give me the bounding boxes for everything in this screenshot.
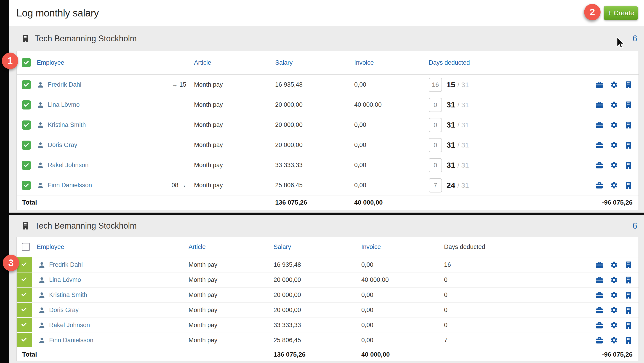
days-deducted-input[interactable] <box>429 178 442 192</box>
column-header-article[interactable]: Article <box>188 244 206 250</box>
article-cell: Month pay <box>194 182 275 189</box>
employee-link[interactable]: Finn Danielsson <box>48 182 92 189</box>
briefcase-icon[interactable] <box>596 162 603 169</box>
row-checkbox[interactable] <box>22 120 31 130</box>
column-header-days-deducted[interactable]: Days deducted <box>429 59 470 66</box>
building-icon[interactable] <box>625 261 632 269</box>
article-cell: Month pay <box>194 162 275 169</box>
building-icon[interactable] <box>625 182 632 189</box>
employee-link[interactable]: Lina Lövmo <box>49 276 81 284</box>
select-all-checkbox[interactable] <box>22 243 30 251</box>
briefcase-icon[interactable] <box>596 101 603 109</box>
gear-icon[interactable] <box>610 81 618 89</box>
briefcase-icon[interactable] <box>596 336 603 344</box>
gear-icon[interactable] <box>610 101 618 109</box>
column-header-employee[interactable]: Employee <box>37 59 64 66</box>
column-header-article[interactable]: Article <box>194 59 211 66</box>
table-row: Finn Danielsson 08 → Month pay 25 806,45… <box>17 175 638 196</box>
briefcase-icon[interactable] <box>596 261 603 269</box>
days-deducted-input[interactable] <box>429 138 442 152</box>
days-deducted-cell: 0 <box>444 322 549 329</box>
gear-icon[interactable] <box>610 322 618 329</box>
briefcase-icon[interactable] <box>596 291 603 299</box>
gear-icon[interactable] <box>610 182 618 189</box>
building-icon[interactable] <box>625 101 632 109</box>
employee-link[interactable]: Rakel Johnson <box>48 162 89 169</box>
salary-cell: 33 333,33 <box>275 162 354 169</box>
briefcase-icon[interactable] <box>596 141 603 149</box>
employee-link[interactable]: Kristina Smith <box>49 292 87 298</box>
building-icon[interactable] <box>625 291 632 299</box>
building-icon[interactable] <box>625 81 632 89</box>
column-header-days-deducted[interactable]: Days deducted <box>444 244 485 250</box>
salary-cell: 33 333,33 <box>274 322 361 329</box>
briefcase-icon[interactable] <box>596 276 603 284</box>
row-checkbox[interactable] <box>17 303 32 318</box>
person-icon <box>37 142 44 149</box>
record-count[interactable]: 6 <box>632 34 637 44</box>
select-all-checkbox[interactable] <box>22 58 31 67</box>
row-checkbox[interactable] <box>17 333 32 348</box>
column-header-invoice[interactable]: Invoice <box>354 59 374 66</box>
building-icon[interactable] <box>625 141 632 149</box>
row-checkbox[interactable] <box>22 140 31 150</box>
employee-link[interactable]: Lina Lövmo <box>48 101 80 108</box>
days-worked: 31 <box>446 120 455 130</box>
building-icon[interactable] <box>625 276 632 284</box>
row-checkbox[interactable] <box>17 318 32 332</box>
row-checkbox[interactable] <box>17 258 32 272</box>
column-header-salary[interactable]: Salary <box>274 244 291 250</box>
employee-link[interactable]: Fredrik Dahl <box>49 261 83 268</box>
gear-icon[interactable] <box>610 336 618 344</box>
create-button[interactable]: + Create <box>604 6 638 20</box>
row-checkbox[interactable] <box>17 288 32 302</box>
table-header-row: Employee Article Salary Invoice Days ded… <box>17 237 638 258</box>
days-deducted-input[interactable] <box>429 118 442 132</box>
record-count[interactable]: 6 <box>632 221 637 231</box>
gear-icon[interactable] <box>610 141 618 149</box>
building-icon[interactable] <box>625 306 632 314</box>
total-row: Total 136 075,26 40 000,00 -96 075,26 <box>17 348 638 361</box>
annotation-marker-3: 3 <box>3 255 19 271</box>
row-checkbox[interactable] <box>22 181 31 190</box>
column-header-salary[interactable]: Salary <box>275 59 293 66</box>
gear-icon[interactable] <box>610 162 618 169</box>
row-checkbox[interactable] <box>22 80 31 90</box>
employee-link[interactable]: Doris Gray <box>48 142 77 148</box>
row-checkbox[interactable] <box>17 272 32 287</box>
gear-icon[interactable] <box>610 261 618 269</box>
employee-link[interactable]: Rakel Johnson <box>49 322 90 329</box>
row-checkbox[interactable] <box>22 100 31 110</box>
invoice-cell: 0,00 <box>354 81 429 88</box>
person-icon <box>38 306 46 314</box>
table-row: Lina Lövmo Month pay 20 000,00 40 000,00… <box>17 95 638 115</box>
briefcase-icon[interactable] <box>596 121 603 129</box>
employee-link[interactable]: Fredrik Dahl <box>48 81 81 88</box>
employee-link[interactable]: Kristina Smith <box>48 122 86 128</box>
days-deducted-input[interactable] <box>429 158 442 172</box>
gear-icon[interactable] <box>610 291 618 299</box>
column-header-invoice[interactable]: Invoice <box>361 244 381 250</box>
days-deducted-input[interactable] <box>429 98 442 112</box>
person-icon <box>38 322 46 329</box>
total-invoice: 40 000,00 <box>354 199 429 206</box>
column-header-employee[interactable]: Employee <box>37 244 64 250</box>
building-icon[interactable] <box>625 336 632 344</box>
gear-icon[interactable] <box>610 121 618 129</box>
building-icon[interactable] <box>625 162 632 169</box>
briefcase-icon[interactable] <box>596 182 603 189</box>
briefcase-icon[interactable] <box>596 81 603 89</box>
row-checkbox[interactable] <box>22 161 31 170</box>
gear-icon[interactable] <box>610 306 618 314</box>
employee-link[interactable]: Finn Danielsson <box>49 337 94 344</box>
briefcase-icon[interactable] <box>596 322 603 329</box>
building-icon[interactable] <box>625 322 632 329</box>
building-icon[interactable] <box>625 121 632 129</box>
employee-link[interactable]: Doris Gray <box>49 306 78 314</box>
section-header: Tech Bemanning Stockholm 6 <box>9 215 644 237</box>
article-cell: Month pay <box>194 142 275 148</box>
briefcase-icon[interactable] <box>596 306 603 314</box>
days-deducted-cell: 16 <box>444 261 549 268</box>
days-deducted-input[interactable] <box>429 78 442 92</box>
gear-icon[interactable] <box>610 276 618 284</box>
